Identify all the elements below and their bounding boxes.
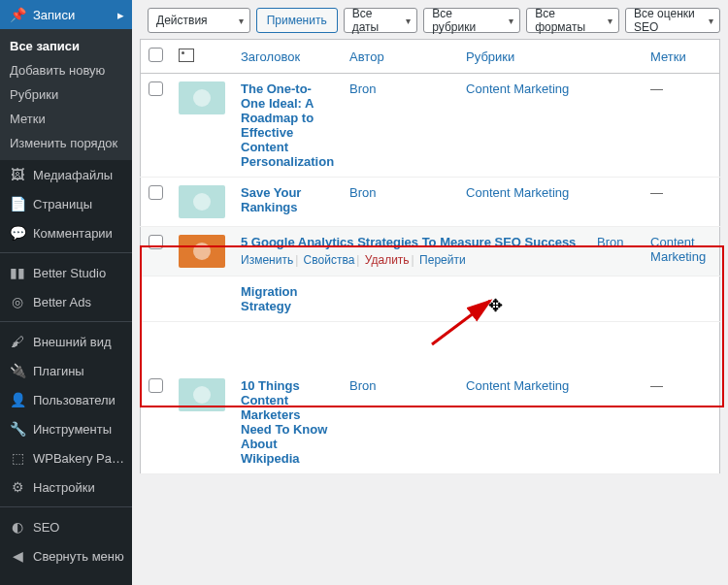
- row-checkbox[interactable]: [149, 81, 163, 96]
- sidebar-item-label: Better Ads: [33, 295, 124, 309]
- post-thumbnail[interactable]: [179, 185, 225, 218]
- column-title[interactable]: Заголовок: [233, 40, 342, 74]
- action-view[interactable]: Перейти: [419, 253, 466, 267]
- sidebar-item-label: Комментарии: [33, 226, 124, 241]
- sidebar-item-seo[interactable]: ◐SEO: [0, 512, 132, 541]
- plug-icon: 🔌: [8, 363, 27, 378]
- action-delete[interactable]: Удалить: [365, 253, 410, 267]
- sidebar-item-pages[interactable]: 📄Страницы: [0, 189, 132, 218]
- post-category-link[interactable]: Content Marketing: [466, 185, 569, 200]
- gear-icon: ⚙: [8, 479, 27, 495]
- table-row: Migration Strategy: [141, 276, 720, 322]
- user-icon: 👤: [8, 392, 27, 407]
- post-author-link[interactable]: Bron: [349, 81, 376, 96]
- seo-filter-select[interactable]: Все оценки SEO: [625, 8, 720, 33]
- page-icon: 📄: [8, 196, 27, 211]
- action-edit[interactable]: Изменить: [241, 253, 293, 267]
- post-tags-empty: —: [650, 378, 663, 393]
- post-tags-empty: —: [650, 81, 663, 96]
- table-row: Save Your Rankings Bron Content Marketin…: [141, 178, 720, 227]
- sidebar-item-label: Инструменты: [33, 422, 124, 437]
- filter-toolbar: Действия Применить Все даты Все рубрики …: [140, 0, 720, 39]
- submenu-reorder[interactable]: Изменить порядок: [0, 131, 132, 155]
- column-categories[interactable]: Рубрики: [458, 40, 643, 74]
- chevron-right-icon: ▸: [117, 8, 124, 22]
- dates-filter-select[interactable]: Все даты: [344, 8, 418, 33]
- post-thumbnail[interactable]: [179, 378, 225, 411]
- pin-icon: 📌: [8, 7, 27, 22]
- post-title-link[interactable]: Save Your Rankings: [241, 185, 301, 214]
- post-title-link[interactable]: Migration Strategy: [241, 284, 298, 313]
- sidebar-item-label: Better Studio: [33, 266, 124, 280]
- ads-icon: ◎: [8, 294, 27, 309]
- sidebar-item-label: SEO: [33, 520, 124, 535]
- sidebar-item-label: Настройки: [33, 480, 124, 495]
- thumbnail-column-icon: [179, 49, 194, 62]
- sidebar-item-posts[interactable]: 📌 Записи ▸: [0, 0, 132, 29]
- sidebar-item-label: Страницы: [33, 197, 124, 211]
- apply-button[interactable]: Применить: [256, 8, 338, 33]
- submenu-tags[interactable]: Метки: [0, 107, 132, 131]
- sidebar-item-media[interactable]: 🖼Медиафайлы: [0, 160, 132, 189]
- brush-icon: 🖌: [8, 334, 27, 349]
- post-category-link[interactable]: Content Marketing: [466, 81, 569, 96]
- sidebar-item-plugins[interactable]: 🔌Плагины: [0, 356, 132, 385]
- row-checkbox[interactable]: [149, 235, 163, 249]
- post-author-link[interactable]: Bron: [597, 235, 623, 249]
- sidebar-item-better-studio[interactable]: ▮▮Better Studio: [0, 258, 132, 287]
- sidebar-item-wpbakery[interactable]: ⬚WPBakery Page Builder: [0, 443, 132, 472]
- sidebar-item-users[interactable]: 👤Пользователи: [0, 385, 132, 414]
- sidebar-item-tools[interactable]: 🔧Инструменты: [0, 414, 132, 443]
- sidebar-item-label: Внешний вид: [33, 335, 124, 349]
- sidebar-item-label: Плагины: [33, 364, 124, 378]
- post-title-link[interactable]: 5 Google Analytics Strategies To Measure…: [241, 235, 576, 249]
- submenu-all-posts[interactable]: Все записи: [0, 34, 132, 58]
- submenu-categories[interactable]: Рубрики: [0, 82, 132, 107]
- post-tags-empty: —: [650, 185, 663, 200]
- post-category-link[interactable]: Content Marketing: [650, 235, 706, 264]
- categories-filter-select[interactable]: Все рубрики: [423, 8, 520, 33]
- sidebar-submenu: Все записи Добавить новую Рубрики Метки …: [0, 29, 132, 160]
- sidebar-item-label: Записи: [33, 8, 117, 22]
- sidebar-item-label: Свернуть меню: [33, 549, 124, 564]
- post-thumbnail[interactable]: [179, 235, 225, 268]
- posts-table: Заголовок Автор Рубрики Метки The One-to…: [140, 39, 720, 474]
- post-title-link[interactable]: 10 Things Content Marketers Need To Know…: [241, 378, 327, 466]
- action-properties[interactable]: Свойства: [304, 253, 355, 267]
- table-row: 10 Things Content Marketers Need To Know…: [141, 371, 720, 474]
- sidebar-item-collapse[interactable]: ◀Свернуть меню: [0, 541, 132, 570]
- media-icon: 🖼: [8, 167, 27, 182]
- post-category-link[interactable]: Content Marketing: [466, 378, 569, 393]
- sidebar-item-appearance[interactable]: 🖌Внешний вид: [0, 327, 132, 356]
- studio-icon: ▮▮: [8, 265, 27, 280]
- row-checkbox[interactable]: [149, 185, 163, 200]
- select-all-checkbox[interactable]: [149, 48, 163, 62]
- row-checkbox[interactable]: [149, 378, 163, 393]
- column-tags[interactable]: Метки: [643, 40, 719, 74]
- admin-sidebar: 📌 Записи ▸ Все записи Добавить новую Руб…: [0, 0, 132, 585]
- seo-icon: ◐: [8, 519, 27, 535]
- builder-icon: ⬚: [8, 450, 27, 466]
- sidebar-item-label: Медиафайлы: [33, 168, 124, 182]
- sidebar-item-comments[interactable]: 💬Комментарии: [0, 218, 132, 247]
- comment-icon: 💬: [8, 225, 27, 241]
- main-content: Действия Применить Все даты Все рубрики …: [132, 0, 728, 585]
- sidebar-item-label: Пользователи: [33, 393, 124, 407]
- sidebar-separator: [0, 506, 132, 507]
- row-actions: Изменить| Свойства| Удалить| Перейти: [241, 253, 635, 267]
- post-author-link[interactable]: Bron: [349, 185, 376, 200]
- sidebar-separator: [0, 252, 132, 253]
- post-title-link[interactable]: The One-to-One Ideal: A Roadmap to Effec…: [241, 81, 334, 169]
- sidebar-item-settings[interactable]: ⚙Настройки: [0, 472, 132, 502]
- formats-filter-select[interactable]: Все форматы: [526, 8, 619, 33]
- submenu-add-new[interactable]: Добавить новую: [0, 58, 132, 82]
- bulk-actions-select[interactable]: Действия: [148, 8, 250, 33]
- table-row: 5 Google Analytics Strategies To Measure…: [141, 227, 720, 276]
- column-author[interactable]: Автор: [342, 40, 458, 74]
- collapse-icon: ◀: [8, 548, 27, 564]
- post-thumbnail[interactable]: [179, 81, 225, 114]
- wrench-icon: 🔧: [8, 421, 27, 437]
- sidebar-item-better-ads[interactable]: ◎Better Ads: [0, 287, 132, 316]
- post-author-link[interactable]: Bron: [349, 378, 376, 393]
- sidebar-separator: [0, 321, 132, 322]
